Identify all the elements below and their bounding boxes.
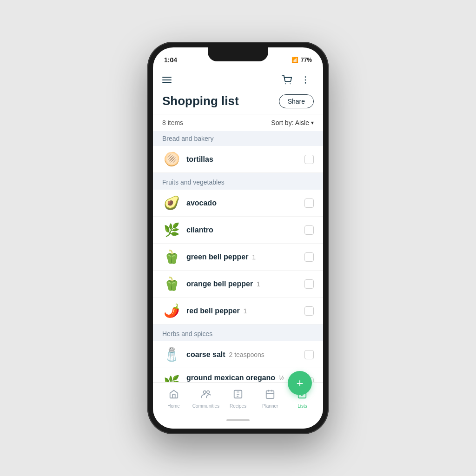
- item-checkbox[interactable]: [304, 306, 314, 316]
- recipes-label: Recipes: [230, 403, 246, 409]
- item-quantity: 1: [250, 253, 256, 261]
- svg-point-6: [207, 390, 210, 393]
- item-checkbox[interactable]: [304, 252, 314, 262]
- nav-planner[interactable]: Planner: [254, 389, 286, 409]
- svg-point-2: [305, 76, 306, 78]
- item-name: ground mexican oregano ½ teaspoon: [186, 374, 304, 382]
- app-content[interactable]: Shopping list Share 8 items Sort by: Ais…: [153, 68, 323, 382]
- more-icon: [300, 75, 311, 85]
- phone-frame: 1:04 📶 77%: [147, 42, 329, 434]
- list-item[interactable]: 🌿cilantro: [153, 217, 323, 244]
- list-item[interactable]: 🥑avocado: [153, 190, 323, 217]
- list-meta: 8 items Sort by: Aisle ▾: [153, 114, 323, 131]
- plus-icon: +: [296, 376, 303, 390]
- list-item[interactable]: 🫑orange bell pepper 1: [153, 271, 323, 298]
- item-name: orange bell pepper 1: [186, 280, 304, 288]
- section-header-0: Bread and bakery: [153, 131, 323, 146]
- svg-point-1: [290, 83, 291, 84]
- home-label: Home: [167, 403, 180, 409]
- nav-recipes[interactable]: Recipes: [222, 389, 254, 409]
- item-name: cilantro: [186, 226, 304, 234]
- menu-button[interactable]: [162, 77, 172, 83]
- communities-icon: [201, 389, 211, 402]
- item-checkbox[interactable]: [304, 225, 314, 235]
- section-header-1: Fruits and vegetables: [153, 175, 323, 190]
- item-name: coarse salt 2 teaspoons: [186, 350, 304, 359]
- item-quantity: 2 teaspoons: [227, 351, 264, 358]
- item-quantity: 1: [255, 280, 260, 288]
- item-emoji: 🌿: [162, 222, 181, 238]
- item-checkbox[interactable]: [304, 279, 314, 289]
- list-item[interactable]: 🫓tortillas: [153, 146, 323, 173]
- status-time: 1:04: [164, 56, 177, 64]
- notch: [208, 47, 268, 61]
- item-name: avocado: [186, 199, 304, 207]
- page-title: Shopping list: [162, 94, 239, 108]
- svg-point-4: [305, 82, 306, 84]
- add-item-fab[interactable]: +: [288, 371, 312, 395]
- item-checkbox[interactable]: [304, 350, 314, 359]
- home-icon: [169, 389, 179, 402]
- list-item[interactable]: 🌶️red bell pepper 1: [153, 298, 323, 324]
- cart-button[interactable]: [278, 72, 295, 88]
- item-name: tortillas: [186, 155, 304, 164]
- item-emoji: 🫓: [162, 152, 181, 167]
- planner-icon: [265, 389, 275, 402]
- planner-label: Planner: [262, 403, 278, 409]
- battery-icon: 77%: [301, 57, 312, 63]
- nav-right-icons: [278, 72, 314, 88]
- top-nav: [153, 68, 323, 92]
- nav-communities[interactable]: Communities: [190, 389, 222, 409]
- lists-label: Lists: [298, 403, 307, 409]
- items-count: 8 items: [162, 119, 183, 126]
- item-quantity: 1: [242, 307, 247, 315]
- item-emoji: 🧂: [162, 347, 181, 362]
- home-indicator: [226, 419, 250, 421]
- svg-point-5: [203, 390, 206, 393]
- svg-point-0: [285, 83, 286, 84]
- cart-icon: [282, 75, 292, 85]
- svg-point-3: [305, 79, 306, 81]
- item-emoji: 🥑: [162, 195, 181, 211]
- section-header-2: Herbs and spices: [153, 326, 323, 341]
- item-checkbox[interactable]: [304, 155, 314, 164]
- item-name: red bell pepper 1: [186, 307, 304, 315]
- item-emoji: 🌿: [162, 375, 181, 383]
- communities-label: Communities: [192, 403, 219, 409]
- sort-label: Sort by: Aisle: [271, 119, 309, 126]
- item-checkbox[interactable]: [304, 198, 314, 208]
- status-icons: 📶 77%: [291, 57, 312, 63]
- list-item[interactable]: 🫑green bell pepper 1: [153, 244, 323, 271]
- list-item[interactable]: 🧂coarse salt 2 teaspoons: [153, 341, 323, 368]
- system-bar: [153, 415, 323, 429]
- sort-control[interactable]: Sort by: Aisle ▾: [271, 119, 314, 126]
- nav-home[interactable]: Home: [158, 389, 190, 409]
- svg-rect-7: [266, 390, 274, 398]
- share-button[interactable]: Share: [279, 94, 314, 108]
- chevron-down-icon: ▾: [311, 119, 314, 126]
- signal-icon: 📶: [291, 57, 298, 63]
- page-header: Shopping list Share: [153, 92, 323, 114]
- item-name: green bell pepper 1: [186, 253, 304, 261]
- phone-screen: 1:04 📶 77%: [153, 47, 323, 429]
- recipes-icon: [233, 389, 243, 402]
- item-emoji: 🫑: [162, 249, 181, 264]
- item-emoji: 🌶️: [162, 303, 181, 318]
- item-emoji: 🫑: [162, 276, 181, 291]
- more-options-button[interactable]: [297, 72, 314, 88]
- sections-container: Bread and bakery🫓tortillasFruits and veg…: [153, 131, 323, 382]
